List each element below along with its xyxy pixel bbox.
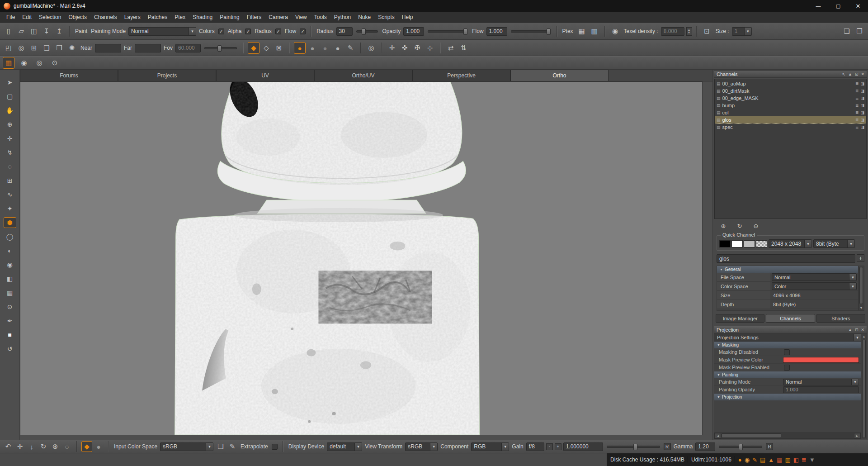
lasso-tool-icon[interactable]: ◉ [4, 259, 16, 270]
viewport-tab[interactable]: Forums [20, 70, 118, 81]
marquee-select-tool-icon[interactable]: ▢ [4, 91, 16, 102]
snap-icon[interactable]: ◌ [61, 441, 72, 452]
menu-item[interactable]: Edit [19, 13, 35, 22]
menu-item[interactable]: Filters [243, 13, 265, 22]
symmetry-x-icon[interactable]: ✜ [399, 42, 410, 54]
status-color-icon[interactable]: ● [738, 456, 742, 463]
paint-through-tool-icon[interactable]: ◐ [4, 245, 16, 256]
mirror-vertical-icon[interactable]: ⇅ [458, 42, 469, 54]
masking-section-header[interactable]: ▼ Masking [714, 342, 861, 348]
scrollbar-thumb[interactable] [862, 340, 866, 438]
viewport-tab[interactable]: Projects [118, 70, 216, 81]
opacity-slider[interactable] [428, 30, 467, 33]
status-lock-icon[interactable]: ◉ [745, 456, 750, 463]
brush-hard-icon[interactable]: ● [294, 42, 306, 54]
pan-tool-icon[interactable]: ✋ [4, 105, 16, 116]
status-warning-icon[interactable]: ▲ [768, 456, 774, 463]
input-color-space-select[interactable]: sRGB ▾ [160, 442, 213, 451]
ptex-subdivide-icon[interactable]: ▦ [576, 25, 588, 37]
projection-scrollbar[interactable]: ▲ [861, 333, 867, 439]
gain-plus-button[interactable]: + [555, 443, 561, 450]
radius-slider[interactable] [356, 30, 378, 33]
paint-canvas[interactable] [20, 81, 703, 435]
mirror-horizontal-icon[interactable]: ⇄ [445, 42, 457, 54]
transform-paint-icon[interactable]: ✛ [14, 441, 25, 452]
scroll-left-icon[interactable]: ◄ [715, 433, 721, 438]
menu-item[interactable]: Ptex [171, 13, 189, 22]
display-device-select[interactable]: default ▾ [327, 442, 362, 451]
view-transform-select[interactable]: sRGB ▾ [405, 442, 438, 451]
black-swatch[interactable] [719, 240, 731, 247]
select-tool-icon[interactable]: ➤ [4, 77, 16, 88]
gain-amount-field[interactable]: 1.000000 [563, 442, 603, 451]
new-project-icon[interactable]: ▯ [3, 25, 14, 37]
move-tool-icon[interactable]: ✛ [4, 133, 16, 144]
channel-item[interactable]: ▤ glos ≣ ◨ [715, 116, 866, 124]
add-property-button[interactable]: + [857, 254, 864, 262]
general-section-header[interactable]: ▼ General [717, 266, 858, 273]
radius-checkbox[interactable]: ✓ [275, 29, 281, 34]
gain-slider-handle[interactable] [633, 444, 637, 450]
opacity-slider-handle[interactable] [463, 29, 467, 35]
color-space-select[interactable]: Color ▾ [772, 282, 857, 290]
rotate-view-icon[interactable]: ↻ [38, 441, 49, 452]
lock-icon[interactable]: ◨ [860, 125, 864, 129]
lock-icon[interactable]: ◨ [860, 81, 864, 86]
gray-swatch[interactable] [744, 240, 755, 247]
painting-section-header[interactable]: ▼ Painting [714, 371, 861, 378]
menu-item[interactable]: Selection [35, 13, 65, 22]
resolution-select[interactable]: 2048 x 2048 ▾ [769, 239, 812, 248]
prev-snapshot-icon[interactable]: ❏ [41, 42, 52, 54]
gradient-tool-icon[interactable]: ◧ [4, 273, 16, 284]
next-snapshot-icon[interactable]: ❐ [53, 42, 65, 54]
copy-icon[interactable]: ❏ [215, 441, 226, 452]
projection-panel-header[interactable]: Projection ▲⊡✕ [714, 326, 867, 333]
panel-collapse-icon[interactable]: ▲ [848, 72, 852, 76]
gain-minus-button[interactable]: - [546, 443, 553, 450]
close-button[interactable]: ✕ [848, 0, 868, 12]
flow-checkbox[interactable]: ✓ [300, 29, 306, 34]
symmetry-z-icon[interactable]: ⊹ [424, 42, 436, 54]
radius-field[interactable]: 30 [336, 27, 353, 36]
menu-item[interactable]: File [3, 13, 19, 22]
near-field[interactable] [95, 44, 121, 52]
panel-collapse-icon[interactable]: ▲ [848, 328, 852, 332]
white-swatch[interactable] [731, 240, 743, 247]
channel-item[interactable]: ▤ 00_aoMap ≣ ◨ [715, 80, 866, 87]
paint-buffer-icon[interactable]: ● [93, 441, 104, 452]
channel-item[interactable]: ▤ spec ≣ ◨ [715, 124, 866, 131]
menu-item[interactable]: Painting [216, 13, 243, 22]
pin-tool-icon[interactable]: ✦ [4, 203, 16, 214]
status-pen-icon[interactable]: ✎ [752, 456, 757, 463]
save-project-icon[interactable]: ◫ [28, 25, 40, 37]
spray-icon[interactable]: ✺ [66, 42, 78, 54]
snapshot-target-icon[interactable]: ◎ [365, 42, 377, 54]
properties-scrollbar[interactable]: ▼ [858, 266, 864, 310]
status-memory-icon[interactable]: ▦ [777, 456, 782, 463]
status-scroll-icon[interactable]: ▼ [809, 456, 815, 463]
channel-item[interactable]: ▤ 00_edge_MASK ≣ ◨ [715, 95, 866, 102]
menu-item[interactable]: Help [398, 13, 417, 22]
menu-item[interactable]: View [292, 13, 311, 22]
mask-preview-enabled-checkbox[interactable] [784, 365, 790, 371]
lock-icon[interactable]: ◨ [860, 118, 864, 122]
camera-icon[interactable]: ◎ [15, 42, 27, 54]
painting-mode-select[interactable]: Normal ▾ [128, 27, 196, 36]
file-space-select[interactable]: Normal ▾ [772, 273, 857, 281]
blur-tool-icon[interactable]: ◌ [4, 161, 16, 172]
lock-camera-icon[interactable]: ◰ [3, 42, 14, 54]
undo-icon[interactable]: ↶ [3, 441, 14, 452]
minimize-button[interactable]: — [808, 0, 828, 12]
sync-channel-icon[interactable]: ↻ [735, 222, 745, 230]
scroll-up-icon[interactable]: ▲ [861, 333, 867, 339]
brush-pencil-icon[interactable]: ✎ [344, 42, 356, 54]
quad-view-icon[interactable]: ⊞ [28, 42, 40, 54]
brush-chalk-icon[interactable]: ● [332, 42, 344, 54]
status-cache-icon[interactable]: ▤ [760, 456, 765, 463]
orbit-icon[interactable]: ⊛ [50, 441, 61, 452]
import-icon[interactable]: ↧ [41, 25, 52, 37]
painting-opacity-field[interactable]: 1.000 [783, 386, 859, 393]
scrollbar-track[interactable] [721, 433, 854, 438]
gamma-field[interactable]: 1.20 [695, 442, 715, 451]
flow-slider-handle[interactable] [547, 29, 551, 35]
